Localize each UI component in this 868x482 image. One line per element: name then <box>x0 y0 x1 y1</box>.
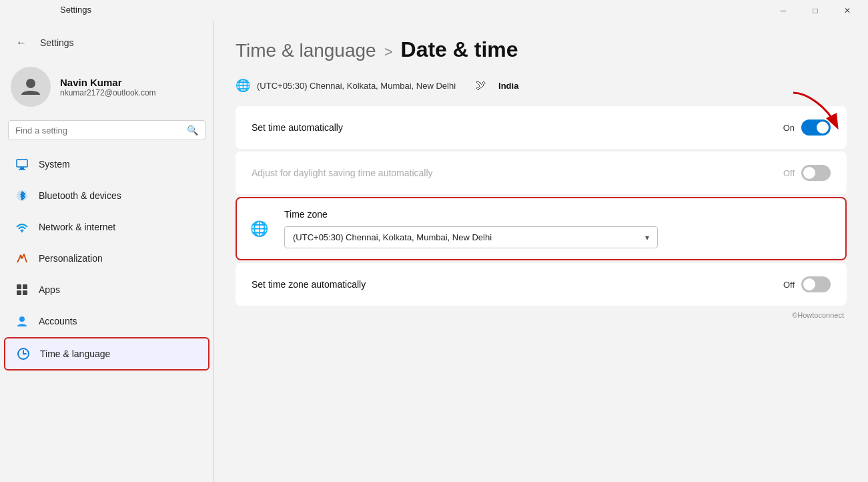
search-input[interactable] <box>15 126 181 136</box>
avatar <box>11 67 51 107</box>
timezone-card-title: Time zone <box>284 209 832 220</box>
timezone-card-content: Time zone (UTC+05:30) Chennai, Kolkata, … <box>284 209 832 248</box>
sidebar-label-accounts: Accounts <box>39 316 77 326</box>
sidebar-label-bluetooth: Bluetooth & devices <box>39 190 121 201</box>
titlebar: Settings ─ □ ✕ <box>0 0 868 21</box>
svg-rect-8 <box>23 284 27 289</box>
set-timezone-auto-card: Set time zone automatically Off <box>236 263 847 306</box>
back-button[interactable]: ← <box>11 32 32 53</box>
svg-point-5 <box>21 231 23 232</box>
bluetooth-icon <box>15 188 29 203</box>
maximize-button[interactable]: □ <box>800 0 831 21</box>
page-header: Time & language > Date & time <box>236 37 847 62</box>
annotations-container: Set time automatically On Adjust for day… <box>236 106 847 319</box>
user-profile: Navin Kumar nkumar2172@outlook.com <box>0 61 213 117</box>
svg-point-6 <box>20 255 22 257</box>
timezone-info-row: 🌐 (UTC+05:30) Chennai, Kolkata, Mumbai, … <box>236 78 847 93</box>
bird-icon: 🕊 <box>476 79 486 91</box>
app-title: Settings <box>60 5 91 15</box>
set-timezone-auto-toggle[interactable] <box>801 276 831 292</box>
sidebar-item-bluetooth[interactable]: Bluetooth & devices <box>4 180 209 211</box>
sidebar-header: ← Settings <box>0 21 213 61</box>
user-email: nkumar2172@outlook.com <box>60 88 156 97</box>
adjust-daylight-toggle-container: Off <box>783 165 831 181</box>
set-timezone-auto-toggle-text: Off <box>783 280 795 290</box>
search-box[interactable]: 🔍 <box>8 120 205 140</box>
timezone-value: (UTC+05:30) Chennai, Kolkata, Mumbai, Ne… <box>257 81 456 91</box>
svg-rect-7 <box>17 284 21 289</box>
set-time-auto-toggle[interactable] <box>801 119 831 136</box>
sidebar-label-personalization: Personalization <box>39 253 103 264</box>
system-icon <box>15 157 29 172</box>
svg-rect-1 <box>17 160 27 167</box>
breadcrumb-current: Date & time <box>401 37 518 62</box>
globe-icon: 🌐 <box>236 78 250 93</box>
svg-rect-3 <box>19 169 25 170</box>
set-time-auto-toggle-text: On <box>783 123 795 133</box>
toggle-knob <box>817 122 829 134</box>
timezone-select-dropdown[interactable]: (UTC+05:30) Chennai, Kolkata, Mumbai, Ne… <box>284 226 658 248</box>
apps-icon <box>15 282 29 297</box>
region-label: India <box>498 81 518 91</box>
sidebar: ← Settings Navin Kumar nkumar2172@outloo… <box>0 21 213 482</box>
toggle-knob-timezone-auto <box>803 278 815 290</box>
watermark: ©Howtoconnect <box>236 311 847 319</box>
sidebar-label-network: Network & internet <box>39 222 115 232</box>
minimize-button[interactable]: ─ <box>768 0 799 21</box>
time-language-icon <box>16 346 31 361</box>
toggle-knob-daylight <box>803 167 815 179</box>
adjust-daylight-label: Adjust for daylight saving time automati… <box>252 168 433 178</box>
svg-point-11 <box>19 316 25 322</box>
sidebar-app-label: Settings <box>40 37 74 48</box>
svg-rect-2 <box>20 168 24 169</box>
sidebar-label-apps: Apps <box>39 284 60 295</box>
chevron-down-icon: ▾ <box>645 233 649 242</box>
timezone-card: 🌐 Time zone (UTC+05:30) Chennai, Kolkata… <box>236 197 847 260</box>
adjust-daylight-card: Adjust for daylight saving time automati… <box>236 152 847 194</box>
sidebar-item-time-language[interactable]: Time & language <box>4 337 209 371</box>
personalization-icon <box>15 251 29 266</box>
sidebar-item-personalization[interactable]: Personalization <box>4 243 209 274</box>
nav-list: System Bluetooth & devices <box>0 148 213 371</box>
main-content: Time & language > Date & time 🌐 (UTC+05:… <box>214 21 868 482</box>
breadcrumb-parent: Time & language <box>236 40 376 61</box>
adjust-daylight-toggle[interactable] <box>801 165 831 181</box>
set-time-auto-label: Set time automatically <box>252 122 343 133</box>
sidebar-label-system: System <box>39 159 70 170</box>
svg-point-0 <box>26 79 35 88</box>
accounts-icon <box>15 314 29 328</box>
user-info: Navin Kumar nkumar2172@outlook.com <box>60 77 156 97</box>
sidebar-item-apps[interactable]: Apps <box>4 274 209 305</box>
search-icon: 🔍 <box>187 125 198 136</box>
timezone-select-value: (UTC+05:30) Chennai, Kolkata, Mumbai, Ne… <box>293 232 492 242</box>
network-icon <box>15 220 29 234</box>
user-name: Navin Kumar <box>60 77 156 88</box>
adjust-daylight-toggle-text: Off <box>783 168 795 178</box>
timezone-card-globe-icon: 🌐 <box>250 220 268 238</box>
sidebar-label-time-language: Time & language <box>40 348 110 359</box>
sidebar-item-network[interactable]: Network & internet <box>4 212 209 242</box>
breadcrumb-separator: > <box>384 43 393 61</box>
sidebar-item-accounts[interactable]: Accounts <box>4 306 209 336</box>
set-timezone-auto-toggle-container: Off <box>783 276 831 292</box>
close-button[interactable]: ✕ <box>832 0 863 21</box>
sidebar-item-system[interactable]: System <box>4 149 209 180</box>
set-timezone-auto-label: Set time zone automatically <box>252 279 366 290</box>
set-time-auto-toggle-container: On <box>783 119 831 136</box>
svg-rect-10 <box>23 290 27 295</box>
svg-rect-9 <box>17 290 21 295</box>
set-time-auto-card: Set time automatically On <box>236 106 847 149</box>
